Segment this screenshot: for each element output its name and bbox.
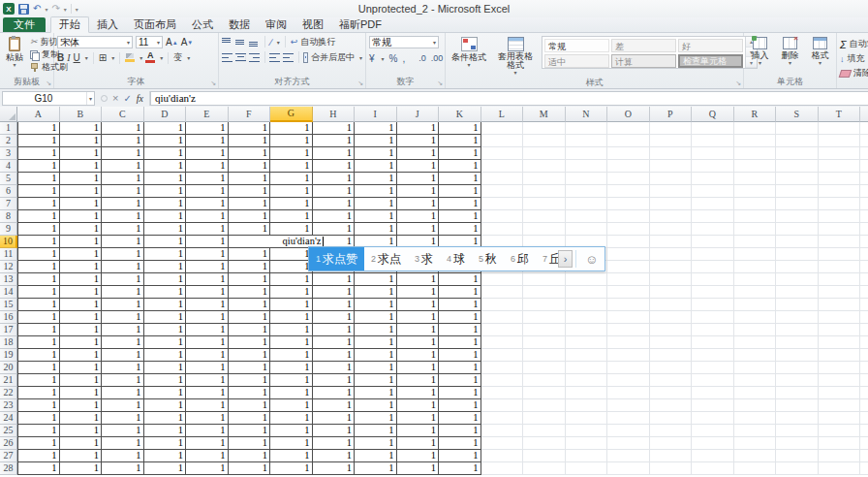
- cell-B21[interactable]: 1: [60, 374, 103, 387]
- row-header-22[interactable]: 22: [0, 387, 17, 399]
- cell-T21[interactable]: [819, 374, 861, 387]
- cell-N16[interactable]: [566, 311, 608, 324]
- cell-E5[interactable]: 1: [186, 173, 229, 185]
- align-middle-button[interactable]: [235, 38, 246, 47]
- align-left-button[interactable]: [222, 53, 232, 62]
- cell-L21[interactable]: [481, 374, 524, 387]
- cell-T9[interactable]: [819, 223, 861, 236]
- cell-H13[interactable]: 1: [313, 273, 356, 286]
- cell-O26[interactable]: [607, 437, 650, 450]
- number-dialog-launcher-icon[interactable]: ↘: [437, 80, 443, 86]
- cell-M13[interactable]: [523, 273, 566, 286]
- cell-T16[interactable]: [819, 311, 861, 324]
- cell-I20[interactable]: 1: [355, 362, 397, 374]
- cell-E14[interactable]: 1: [186, 286, 229, 299]
- cell-M3[interactable]: [523, 147, 566, 160]
- cell-J27[interactable]: 1: [397, 450, 440, 462]
- cell-S16[interactable]: [776, 311, 819, 324]
- cell-B13[interactable]: 1: [60, 273, 103, 286]
- cell-C28[interactable]: 1: [102, 462, 144, 475]
- cell-I19[interactable]: 1: [355, 349, 397, 362]
- name-box-dropdown-icon[interactable]: ▾: [86, 92, 94, 105]
- cell-G13[interactable]: 1: [270, 273, 313, 286]
- cell-J26[interactable]: 1: [397, 437, 440, 450]
- cell-T8[interactable]: [819, 210, 861, 223]
- cell-L13[interactable]: [481, 273, 524, 286]
- merge-dropdown-icon[interactable]: ▾: [359, 54, 362, 61]
- cell-T24[interactable]: [819, 412, 861, 425]
- cell-H14[interactable]: 1: [313, 286, 356, 299]
- cell-M26[interactable]: [523, 437, 566, 450]
- cell-R21[interactable]: [734, 374, 777, 387]
- row-header-9[interactable]: 9: [0, 223, 17, 236]
- cell-P16[interactable]: [650, 311, 693, 324]
- row-header-19[interactable]: 19: [0, 349, 17, 362]
- cell-F14[interactable]: 1: [229, 286, 271, 299]
- cell-G24[interactable]: 1: [270, 412, 313, 425]
- cell-F26[interactable]: 1: [229, 437, 271, 450]
- cell-I17[interactable]: 1: [355, 324, 397, 336]
- cell-Q27[interactable]: [692, 450, 734, 462]
- cell-G3[interactable]: 1: [270, 147, 313, 160]
- cell-D14[interactable]: 1: [144, 286, 187, 299]
- cell-K16[interactable]: 1: [439, 311, 481, 324]
- cell-H19[interactable]: 1: [313, 349, 356, 362]
- cell-E25[interactable]: 1: [186, 425, 229, 437]
- cell-F27[interactable]: 1: [229, 450, 271, 462]
- cell-M28[interactable]: [523, 462, 566, 475]
- cell-G7[interactable]: 1: [270, 198, 313, 210]
- cell-I9[interactable]: 1: [355, 223, 397, 236]
- cell-J9[interactable]: 1: [397, 223, 440, 236]
- cell-P13[interactable]: [650, 273, 693, 286]
- redo-dropdown-icon[interactable]: ▾: [64, 6, 67, 13]
- cell-F7[interactable]: 1: [229, 198, 271, 210]
- align-bottom-button[interactable]: [249, 38, 260, 47]
- cell-K6[interactable]: 1: [439, 185, 481, 198]
- cell-E2[interactable]: 1: [186, 135, 229, 147]
- cell-O5[interactable]: [607, 173, 650, 185]
- cell-M23[interactable]: [523, 399, 566, 412]
- cell-C26[interactable]: 1: [102, 437, 144, 450]
- cell-A15[interactable]: 1: [17, 299, 60, 311]
- cell-D3[interactable]: 1: [144, 147, 187, 160]
- cell-I27[interactable]: 1: [355, 450, 397, 462]
- wrap-text-button[interactable]: 自动换行: [300, 37, 335, 48]
- cell-H9[interactable]: 1: [313, 223, 356, 236]
- cell-S25[interactable]: [776, 425, 819, 437]
- cell-A22[interactable]: 1: [17, 387, 60, 399]
- cell-J2[interactable]: 1: [397, 135, 440, 147]
- cell-F19[interactable]: 1: [229, 349, 271, 362]
- cell-B18[interactable]: 1: [60, 336, 103, 349]
- cell-N8[interactable]: [566, 210, 608, 223]
- cell-P10[interactable]: [650, 236, 693, 248]
- cell-F22[interactable]: 1: [229, 387, 271, 399]
- cell-F4[interactable]: 1: [229, 160, 271, 173]
- row-header-1[interactable]: 1: [0, 122, 17, 135]
- cell-Q25[interactable]: [692, 425, 734, 437]
- cell-C27[interactable]: 1: [102, 450, 144, 462]
- cell-L1[interactable]: [481, 122, 524, 135]
- autosum-button[interactable]: Σ自动求和: [840, 38, 868, 50]
- cell-P5[interactable]: [650, 173, 693, 185]
- tab-data[interactable]: 数据: [221, 17, 258, 32]
- cell-M22[interactable]: [523, 387, 566, 399]
- cell-G25[interactable]: 1: [270, 425, 313, 437]
- cell-I3[interactable]: 1: [355, 147, 397, 160]
- cell-R2[interactable]: [734, 135, 777, 147]
- cell-A19[interactable]: 1: [17, 349, 60, 362]
- cell-T12[interactable]: [819, 261, 861, 273]
- row-header-3[interactable]: 3: [0, 147, 17, 160]
- cell-N2[interactable]: [566, 135, 608, 147]
- cell-H3[interactable]: 1: [313, 147, 356, 160]
- undo-icon[interactable]: ↶: [33, 4, 41, 14]
- cell-L20[interactable]: [481, 362, 524, 374]
- cell-Q17[interactable]: [692, 324, 734, 336]
- row-header-7[interactable]: 7: [0, 198, 17, 210]
- cell-P8[interactable]: [650, 210, 693, 223]
- cell-N14[interactable]: [566, 286, 608, 299]
- cell-T26[interactable]: [819, 437, 861, 450]
- cell-E8[interactable]: 1: [186, 210, 229, 223]
- cell-O14[interactable]: [607, 286, 650, 299]
- cell-K22[interactable]: 1: [439, 387, 481, 399]
- column-header-j[interactable]: J: [397, 107, 440, 122]
